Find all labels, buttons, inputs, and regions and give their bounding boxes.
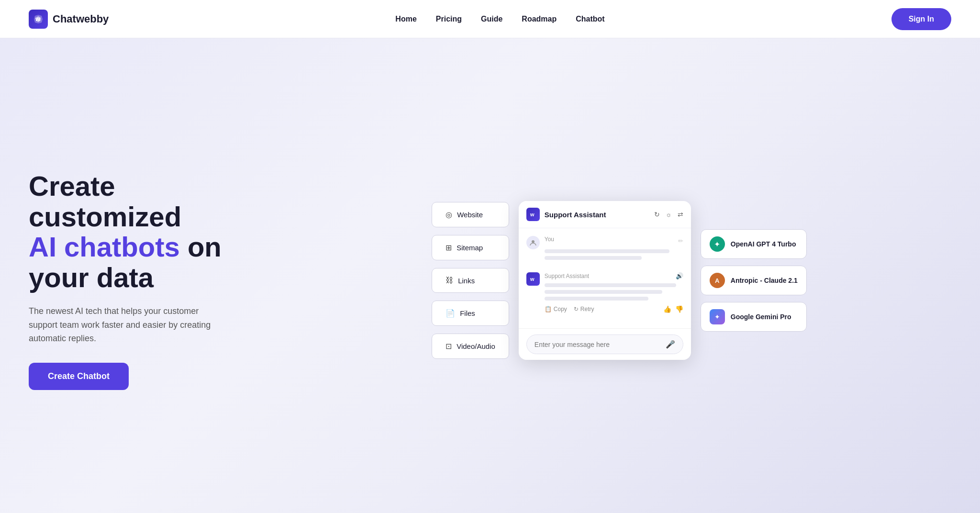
source-btn-website[interactable]: ◎ Website bbox=[432, 202, 509, 227]
bot-label-row: Support Assistant 🔊 bbox=[545, 272, 683, 279]
bot-avatar: w bbox=[526, 272, 540, 286]
chat-header-actions: ↻ ☼ ⇄ bbox=[654, 211, 683, 218]
retry-icon: ↻ bbox=[574, 306, 579, 312]
gemini-icon: ✦ bbox=[710, 309, 725, 324]
hero-title: Create customized AI chatbots onyour dat… bbox=[29, 171, 268, 293]
chat-input[interactable] bbox=[535, 341, 662, 348]
hero-title-line1: Create customized bbox=[29, 170, 181, 232]
signin-button[interactable]: Sign In bbox=[891, 8, 951, 30]
edit-icon[interactable]: ✏ bbox=[678, 237, 683, 245]
copy-button[interactable]: 📋 Copy bbox=[545, 306, 567, 312]
files-icon: 📄 bbox=[445, 309, 455, 318]
openai-icon: ✦ bbox=[710, 236, 725, 252]
svg-text:w: w bbox=[35, 15, 41, 22]
bot-line-3 bbox=[545, 297, 649, 301]
refresh-icon[interactable]: ↻ bbox=[654, 211, 660, 218]
bot-line-2 bbox=[545, 290, 663, 294]
ai-card-gemini[interactable]: ✦ Google Gemini Pro bbox=[701, 302, 807, 332]
source-btn-videoaudio[interactable]: ⊡ Video/Audio bbox=[432, 334, 509, 359]
nav-home[interactable]: Home bbox=[395, 15, 416, 23]
hero-title-accent: AI chatbots bbox=[29, 231, 180, 262]
retry-button[interactable]: ↻ Retry bbox=[574, 306, 594, 312]
chat-body: You ✏ w bbox=[519, 228, 691, 328]
user-message-content: You ✏ bbox=[545, 236, 683, 263]
openai-name: OpenAI GPT 4 Turbo bbox=[731, 240, 796, 248]
chat-header: w Support Assistant ↻ ☼ ⇄ bbox=[519, 201, 691, 228]
svg-point-2 bbox=[532, 240, 535, 243]
logo[interactable]: w Chatwebby bbox=[29, 10, 109, 29]
website-icon: ◎ bbox=[445, 210, 452, 219]
source-buttons-column: ◎ Website ⊞ Sitemap ⛓ Links 📄 Files ⊡ Vi… bbox=[432, 202, 509, 359]
ai-cards-column: ✦ OpenAI GPT 4 Turbo A Antropic - Claude… bbox=[701, 229, 807, 332]
nav-pricing[interactable]: Pricing bbox=[436, 15, 462, 23]
claude-icon: A bbox=[710, 273, 725, 288]
settings-icon[interactable]: ☼ bbox=[666, 211, 672, 218]
bot-message-content: Support Assistant 🔊 📋 Copy bbox=[545, 272, 683, 313]
source-btn-sitemap[interactable]: ⊞ Sitemap bbox=[432, 235, 509, 260]
bot-message: w Support Assistant 🔊 📋 bbox=[526, 272, 683, 313]
translate-icon[interactable]: ⇄ bbox=[678, 211, 683, 218]
nav-roadmap[interactable]: Roadmap bbox=[522, 15, 557, 23]
user-label: You bbox=[545, 236, 554, 243]
chat-logo: w bbox=[526, 208, 540, 221]
ai-card-claude[interactable]: A Antropic - Claude 2.1 bbox=[701, 266, 807, 295]
claude-name: Antropic - Claude 2.1 bbox=[731, 277, 798, 284]
hero-demo: ◎ Website ⊞ Sitemap ⛓ Links 📄 Files ⊡ Vi… bbox=[287, 201, 951, 360]
chat-footer: 🎤 bbox=[519, 328, 691, 360]
thumbs-up-icon[interactable]: 👍 bbox=[663, 305, 671, 313]
feedback-buttons: 👍 👎 bbox=[663, 305, 683, 313]
hero-content: Create customized AI chatbots onyour dat… bbox=[29, 171, 268, 390]
videoaudio-icon: ⊡ bbox=[445, 342, 452, 351]
user-line-1 bbox=[545, 249, 669, 253]
user-message-header: You ✏ bbox=[545, 236, 683, 245]
svg-text:w: w bbox=[530, 276, 535, 282]
navbar: w Chatwebby Home Pricing Guide Roadmap C… bbox=[0, 0, 980, 38]
links-icon: ⛓ bbox=[445, 276, 453, 285]
ai-card-openai[interactable]: ✦ OpenAI GPT 4 Turbo bbox=[701, 229, 807, 259]
logo-icon: w bbox=[29, 10, 48, 29]
svg-text:w: w bbox=[530, 212, 535, 217]
nav-chatbot[interactable]: Chatbot bbox=[576, 15, 604, 23]
hero-section: Create customized AI chatbots onyour dat… bbox=[0, 38, 980, 513]
logo-text: Chatwebby bbox=[53, 13, 109, 25]
chat-title: Support Assistant bbox=[545, 211, 649, 219]
thumbs-down-icon[interactable]: 👎 bbox=[675, 305, 683, 313]
bot-line-1 bbox=[545, 283, 677, 287]
nav-guide[interactable]: Guide bbox=[481, 15, 502, 23]
user-avatar bbox=[526, 236, 540, 249]
sitemap-icon: ⊞ bbox=[445, 243, 452, 252]
gemini-name: Google Gemini Pro bbox=[731, 313, 791, 321]
user-message: You ✏ bbox=[526, 236, 683, 263]
chat-message-actions: 📋 Copy ↻ Retry 👍 👎 bbox=[545, 305, 683, 313]
chat-widget: w Support Assistant ↻ ☼ ⇄ bbox=[519, 201, 691, 360]
source-btn-files[interactable]: 📄 Files bbox=[432, 301, 509, 326]
hero-subtitle: The newest AI tech that helps your custo… bbox=[29, 304, 230, 346]
mic-icon[interactable]: 🎤 bbox=[666, 340, 675, 349]
speaker-icon[interactable]: 🔊 bbox=[676, 272, 683, 279]
bot-label: Support Assistant bbox=[545, 273, 676, 279]
chat-input-wrapper: 🎤 bbox=[526, 335, 683, 354]
source-btn-links[interactable]: ⛓ Links bbox=[432, 268, 509, 293]
nav-links: Home Pricing Guide Roadmap Chatbot bbox=[395, 15, 604, 23]
create-chatbot-button[interactable]: Create Chatbot bbox=[29, 363, 129, 390]
user-line-2 bbox=[545, 256, 642, 260]
copy-icon: 📋 bbox=[545, 306, 552, 312]
